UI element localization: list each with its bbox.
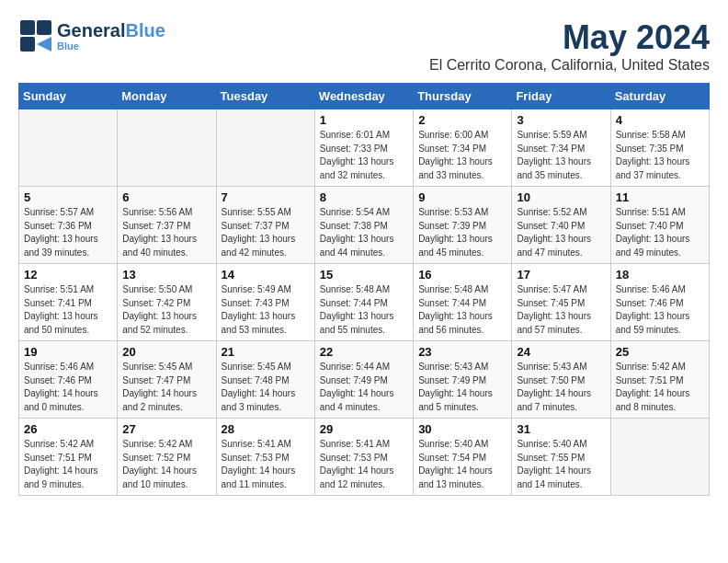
day-number: 31 [517,422,605,436]
day-info: Sunrise: 5:40 AMSunset: 7:54 PMDaylight:… [418,438,506,491]
day-info: Sunrise: 5:58 AMSunset: 7:35 PMDaylight:… [616,129,704,182]
day-info: Sunrise: 5:48 AMSunset: 7:44 PMDaylight:… [418,283,506,337]
calendar-cell: 24Sunrise: 5:43 AMSunset: 7:50 PMDayligh… [512,341,610,419]
day-number: 2 [418,113,506,127]
calendar-header-row: SundayMondayTuesdayWednesdayThursdayFrid… [19,84,710,109]
logo-tagline: Blue [57,40,165,52]
calendar-cell: 28Sunrise: 5:41 AMSunset: 7:53 PMDayligh… [216,419,314,496]
calendar-cell: 12Sunrise: 5:51 AMSunset: 7:41 PMDayligh… [19,264,118,341]
day-info: Sunrise: 6:00 AMSunset: 7:34 PMDaylight:… [418,129,506,182]
calendar-cell: 6Sunrise: 5:56 AMSunset: 7:37 PMDaylight… [118,187,216,264]
calendar-cell: 26Sunrise: 5:42 AMSunset: 7:51 PMDayligh… [19,419,118,496]
day-info: Sunrise: 5:51 AMSunset: 7:41 PMDaylight:… [24,283,112,337]
day-info: Sunrise: 5:57 AMSunset: 7:36 PMDaylight:… [24,206,112,259]
calendar-cell: 31Sunrise: 5:40 AMSunset: 7:55 PMDayligh… [512,419,610,496]
day-info: Sunrise: 5:49 AMSunset: 7:43 PMDaylight:… [222,283,310,337]
calendar-cell: 19Sunrise: 5:46 AMSunset: 7:46 PMDayligh… [19,341,118,419]
day-info: Sunrise: 5:59 AMSunset: 7:34 PMDaylight:… [517,129,605,182]
day-info: Sunrise: 5:51 AMSunset: 7:40 PMDaylight:… [616,206,704,259]
day-info: Sunrise: 5:44 AMSunset: 7:49 PMDaylight:… [320,361,408,414]
day-number: 11 [616,190,704,204]
day-number: 15 [320,268,408,282]
calendar-week-row: 26Sunrise: 5:42 AMSunset: 7:51 PMDayligh… [19,419,710,496]
calendar-cell: 3Sunrise: 5:59 AMSunset: 7:34 PMDaylight… [512,109,610,187]
day-info: Sunrise: 5:50 AMSunset: 7:42 PMDaylight:… [122,283,210,337]
column-header-thursday: Thursday [414,84,512,109]
calendar-cell: 22Sunrise: 5:44 AMSunset: 7:49 PMDayligh… [314,341,413,419]
calendar-cell: 30Sunrise: 5:40 AMSunset: 7:54 PMDayligh… [414,419,512,496]
day-info: Sunrise: 5:46 AMSunset: 7:46 PMDaylight:… [616,283,704,337]
day-info: Sunrise: 5:45 AMSunset: 7:47 PMDaylight:… [122,361,210,414]
page-header: GeneralBlue Blue May 2024 El Cerrito Cor… [18,18,710,74]
logo-blue: Blue [125,20,165,40]
day-info: Sunrise: 5:41 AMSunset: 7:53 PMDaylight:… [320,438,408,491]
calendar-cell: 4Sunrise: 5:58 AMSunset: 7:35 PMDaylight… [610,109,709,187]
calendar-cell: 16Sunrise: 5:48 AMSunset: 7:44 PMDayligh… [414,264,512,341]
day-info: Sunrise: 5:47 AMSunset: 7:45 PMDaylight:… [517,283,605,337]
day-info: Sunrise: 5:46 AMSunset: 7:46 PMDaylight:… [24,361,112,414]
day-number: 12 [24,268,112,282]
column-header-friday: Friday [512,84,610,109]
column-header-wednesday: Wednesday [314,84,413,109]
day-number: 8 [320,190,408,204]
day-number: 19 [24,345,112,359]
day-number: 30 [418,422,506,436]
logo: GeneralBlue Blue [18,18,165,53]
title-block: May 2024 El Cerrito Corona, California, … [429,18,710,74]
calendar-cell [118,109,216,187]
day-number: 5 [24,190,112,204]
calendar-week-row: 19Sunrise: 5:46 AMSunset: 7:46 PMDayligh… [19,341,710,419]
column-header-tuesday: Tuesday [216,84,314,109]
logo-icon [18,18,53,53]
calendar-week-row: 12Sunrise: 5:51 AMSunset: 7:41 PMDayligh… [19,264,710,341]
day-number: 9 [418,190,506,204]
column-header-sunday: Sunday [19,84,118,109]
svg-rect-1 [37,20,51,35]
calendar-cell: 13Sunrise: 5:50 AMSunset: 7:42 PMDayligh… [118,264,216,341]
day-number: 10 [517,190,605,204]
calendar-cell: 7Sunrise: 5:55 AMSunset: 7:37 PMDaylight… [216,187,314,264]
day-number: 25 [616,345,704,359]
day-info: Sunrise: 5:43 AMSunset: 7:49 PMDaylight:… [418,361,506,414]
main-title: May 2024 [429,18,710,57]
day-number: 13 [122,268,210,282]
day-number: 29 [320,422,408,436]
day-number: 7 [222,190,310,204]
calendar-cell: 9Sunrise: 5:53 AMSunset: 7:39 PMDaylight… [414,187,512,264]
calendar-cell [19,109,118,187]
day-number: 4 [616,113,704,127]
calendar-cell: 15Sunrise: 5:48 AMSunset: 7:44 PMDayligh… [314,264,413,341]
day-info: Sunrise: 5:52 AMSunset: 7:40 PMDaylight:… [517,206,605,259]
day-info: Sunrise: 5:40 AMSunset: 7:55 PMDaylight:… [517,438,605,491]
calendar-week-row: 5Sunrise: 5:57 AMSunset: 7:36 PMDaylight… [19,187,710,264]
day-info: Sunrise: 5:43 AMSunset: 7:50 PMDaylight:… [517,361,605,414]
calendar-cell: 23Sunrise: 5:43 AMSunset: 7:49 PMDayligh… [414,341,512,419]
calendar-cell: 17Sunrise: 5:47 AMSunset: 7:45 PMDayligh… [512,264,610,341]
day-info: Sunrise: 5:53 AMSunset: 7:39 PMDaylight:… [418,206,506,259]
calendar-cell: 25Sunrise: 5:42 AMSunset: 7:51 PMDayligh… [610,341,709,419]
svg-rect-2 [20,37,35,52]
calendar-cell: 2Sunrise: 6:00 AMSunset: 7:34 PMDaylight… [414,109,512,187]
day-number: 18 [616,268,704,282]
day-number: 27 [122,422,210,436]
subtitle: El Cerrito Corona, California, United St… [429,57,710,74]
calendar-cell: 8Sunrise: 5:54 AMSunset: 7:38 PMDaylight… [314,187,413,264]
day-number: 20 [122,345,210,359]
day-number: 22 [320,345,408,359]
calendar-table: SundayMondayTuesdayWednesdayThursdayFrid… [18,83,710,496]
calendar-cell: 1Sunrise: 6:01 AMSunset: 7:33 PMDaylight… [314,109,413,187]
calendar-cell: 27Sunrise: 5:42 AMSunset: 7:52 PMDayligh… [118,419,216,496]
calendar-cell: 29Sunrise: 5:41 AMSunset: 7:53 PMDayligh… [314,419,413,496]
calendar-cell [610,419,709,496]
calendar-cell [216,109,314,187]
calendar-cell: 18Sunrise: 5:46 AMSunset: 7:46 PMDayligh… [610,264,709,341]
calendar-cell: 14Sunrise: 5:49 AMSunset: 7:43 PMDayligh… [216,264,314,341]
day-info: Sunrise: 5:48 AMSunset: 7:44 PMDaylight:… [320,283,408,337]
logo-general: General [57,20,125,40]
day-number: 26 [24,422,112,436]
day-number: 1 [320,113,408,127]
svg-rect-0 [20,20,35,35]
day-number: 3 [517,113,605,127]
calendar-cell: 10Sunrise: 5:52 AMSunset: 7:40 PMDayligh… [512,187,610,264]
day-info: Sunrise: 5:56 AMSunset: 7:37 PMDaylight:… [122,206,210,259]
